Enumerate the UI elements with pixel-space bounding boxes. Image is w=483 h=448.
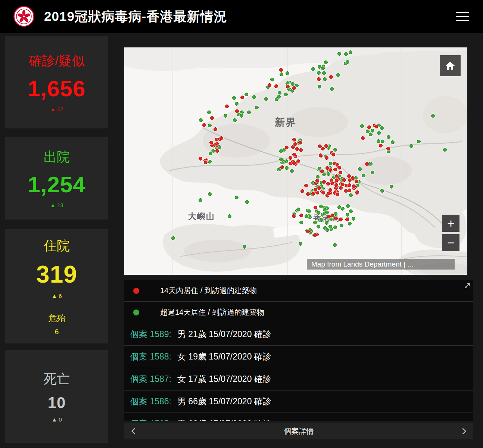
case-location-dot-red[interactable] — [219, 136, 223, 140]
case-location-dot-red[interactable] — [299, 214, 303, 217]
case-location-dot-green[interactable] — [348, 222, 352, 225]
case-location-dot-red[interactable] — [209, 141, 213, 144]
case-location-dot-green[interactable] — [208, 160, 212, 164]
case-location-dot-red[interactable] — [292, 138, 296, 141]
case-location-dot-red[interactable] — [334, 183, 338, 187]
case-location-dot-red[interactable] — [306, 230, 310, 233]
case-location-dot-red[interactable] — [292, 86, 296, 90]
case-location-dot-red[interactable] — [274, 84, 278, 88]
case-location-dot-red[interactable] — [337, 166, 341, 169]
case-location-dot-red[interactable] — [299, 148, 303, 152]
case-location-dot-red[interactable] — [348, 183, 351, 187]
case-location-dot-red[interactable] — [365, 162, 369, 166]
case-location-dot-green[interactable] — [232, 96, 236, 100]
case-location-dot-red[interactable] — [292, 214, 296, 218]
case-location-dot-green[interactable] — [317, 211, 320, 215]
case-location-dot-red[interactable] — [292, 161, 296, 165]
case-location-dot-red[interactable] — [289, 156, 292, 160]
case-location-dot-green[interactable] — [235, 102, 239, 106]
case-location-dot-green[interactable] — [325, 211, 329, 214]
case-location-dot-green[interactable] — [333, 225, 337, 229]
case-list-item[interactable]: 個案 1585: 男 62歲 15/07/2020 確診 — [124, 413, 473, 421]
home-extent-button[interactable] — [440, 55, 461, 76]
case-location-dot-green[interactable] — [199, 118, 203, 122]
case-location-dot-red[interactable] — [324, 144, 328, 148]
zoom-in-button[interactable]: + — [442, 215, 459, 232]
case-location-dot-green[interactable] — [328, 225, 332, 228]
case-location-dot-red[interactable] — [333, 168, 337, 171]
case-location-dot-red[interactable] — [313, 233, 317, 237]
case-location-dot-green[interactable] — [417, 140, 421, 143]
case-id-link[interactable]: 個案 1589: — [130, 329, 171, 340]
case-location-dot-green[interactable] — [387, 135, 390, 139]
case-location-dot-green[interactable] — [240, 114, 243, 118]
case-location-dot-green[interactable] — [341, 207, 345, 211]
case-location-dot-green[interactable] — [322, 172, 326, 176]
case-location-dot-green[interactable] — [317, 225, 320, 228]
case-location-dot-red[interactable] — [339, 171, 342, 174]
case-location-dot-red[interactable] — [215, 149, 219, 153]
case-location-dot-green[interactable] — [380, 126, 384, 130]
case-id-link[interactable]: 個案 1585: — [130, 418, 171, 421]
case-location-dot-red[interactable] — [321, 191, 325, 195]
case-location-dot-green[interactable] — [299, 221, 303, 224]
case-location-dot-green[interactable] — [244, 93, 248, 96]
case-location-dot-red[interactable] — [235, 109, 239, 113]
case-location-dot-green[interactable] — [207, 111, 211, 114]
case-location-dot-green[interactable] — [371, 129, 374, 133]
case-location-dot-green[interactable] — [377, 131, 381, 135]
case-location-dot-green[interactable] — [316, 175, 320, 179]
case-location-dot-red[interactable] — [318, 144, 322, 148]
case-location-dot-green[interactable] — [360, 124, 364, 128]
case-location-dot-green[interactable] — [284, 93, 288, 96]
case-location-dot-green[interactable] — [324, 60, 328, 64]
case-location-dot-green[interactable] — [334, 212, 337, 216]
case-location-dot-green[interactable] — [320, 218, 323, 222]
case-location-dot-red[interactable] — [325, 166, 329, 170]
case-location-dot-red[interactable] — [339, 218, 343, 221]
case-location-dot-green[interactable] — [224, 114, 227, 118]
case-location-dot-green[interactable] — [285, 166, 289, 170]
menu-hamburger-icon[interactable] — [456, 12, 469, 21]
case-location-dot-green[interactable] — [278, 91, 281, 95]
case-location-dot-green[interactable] — [233, 118, 237, 122]
case-location-dot-red[interactable] — [204, 161, 208, 164]
case-location-dot-green[interactable] — [305, 214, 308, 218]
case-location-dot-green[interactable] — [286, 81, 289, 85]
case-location-dot-red[interactable] — [325, 156, 328, 160]
case-location-dot-red[interactable] — [314, 188, 317, 192]
case-location-dot-green[interactable] — [349, 209, 353, 213]
case-location-dot-red[interactable] — [327, 192, 331, 195]
case-location-dot-green[interactable] — [377, 139, 380, 143]
case-location-dot-red[interactable] — [315, 179, 319, 183]
case-location-dot-green[interactable] — [391, 140, 395, 144]
case-location-dot-green[interactable] — [329, 162, 333, 165]
case-location-dot-red[interactable] — [304, 184, 308, 187]
case-location-dot-red[interactable] — [329, 75, 333, 79]
case-location-dot-red[interactable] — [311, 192, 315, 196]
case-location-dot-green[interactable] — [280, 72, 283, 76]
case-location-dot-green[interactable] — [409, 144, 413, 148]
case-location-dot-green[interactable] — [270, 78, 274, 81]
case-location-dot-red[interactable] — [317, 77, 321, 81]
case-location-dot-red[interactable] — [344, 189, 348, 193]
zoom-out-button[interactable]: − — [442, 234, 459, 251]
case-location-dot-green[interactable] — [431, 114, 435, 118]
case-location-dot-red[interactable] — [361, 136, 365, 140]
case-location-dot-green[interactable] — [264, 97, 268, 101]
case-location-dot-red[interactable] — [240, 96, 244, 99]
case-location-dot-green[interactable] — [330, 87, 334, 91]
case-location-dot-green[interactable] — [286, 71, 289, 75]
case-location-dot-red[interactable] — [321, 147, 325, 150]
case-location-dot-green[interactable] — [390, 185, 393, 189]
case-location-dot-green[interactable] — [313, 221, 317, 224]
case-location-dot-green[interactable] — [209, 152, 212, 155]
case-location-dot-red[interactable] — [320, 169, 324, 173]
case-location-dot-green[interactable] — [344, 52, 348, 56]
case-location-dot-green[interactable] — [337, 52, 341, 56]
case-location-dot-red[interactable] — [374, 125, 378, 128]
case-location-dot-green[interactable] — [208, 192, 212, 196]
case-location-dot-green[interactable] — [318, 85, 321, 88]
case-location-dot-green[interactable] — [171, 236, 175, 240]
case-location-dot-green[interactable] — [208, 124, 212, 127]
